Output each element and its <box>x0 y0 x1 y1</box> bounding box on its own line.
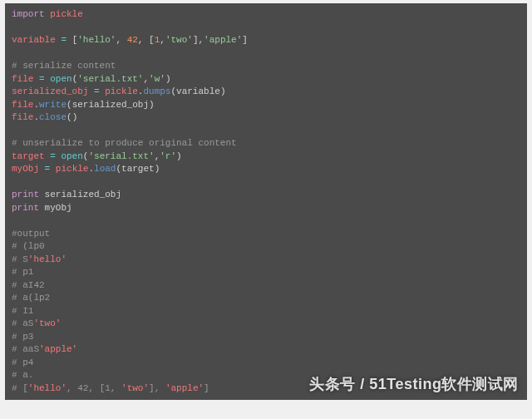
output-line: # p4 <box>12 357 520 370</box>
code-line: variable = ['hello', 42, [1,'two'],'appl… <box>12 34 520 47</box>
output-line: # aI42 <box>12 279 520 293</box>
code-line: myObj = pickle.load(target) <box>12 163 520 176</box>
code-line: file.close() <box>12 111 520 125</box>
output-line: # p1 <box>12 266 520 279</box>
output-line: # aS'two' <box>12 318 520 331</box>
output-line: # I1 <box>12 305 520 318</box>
comment-line: #output <box>12 228 520 241</box>
output-line: # aaS'apple' <box>12 343 520 357</box>
code-line: file = open('serial.txt','w') <box>12 73 520 86</box>
output-line: # (lp0 <box>12 240 520 254</box>
code-line: import pickle <box>12 8 520 22</box>
code-line: target = open('serial.txt','r') <box>12 150 520 164</box>
comment-line: # unserialize to produce original conten… <box>12 137 520 150</box>
output-line: # a(lp2 <box>12 292 520 305</box>
identifier: variable <box>12 35 56 45</box>
watermark: 头条号 / 51Testing软件测试网 <box>309 374 519 394</box>
blank-line <box>12 125 520 138</box>
code-line: print serialized_obj <box>12 189 520 202</box>
blank-line <box>12 22 520 35</box>
output-line: # S'hello' <box>12 254 520 267</box>
code-line: print myObj <box>12 202 520 215</box>
blank-line <box>12 176 520 190</box>
code-line: serialized_obj = pickle.dumps(variable) <box>12 86 520 99</box>
keyword: import <box>12 9 45 19</box>
blank-line <box>12 214 520 228</box>
comment-line: # serialize content <box>12 60 520 73</box>
module: pickle <box>50 9 83 19</box>
code-line: file.write(serialized_obj) <box>12 99 520 112</box>
code-block: import pickle variable = ['hello', 42, [… <box>5 3 527 400</box>
output-line: # p3 <box>12 331 520 344</box>
blank-line <box>12 47 520 61</box>
